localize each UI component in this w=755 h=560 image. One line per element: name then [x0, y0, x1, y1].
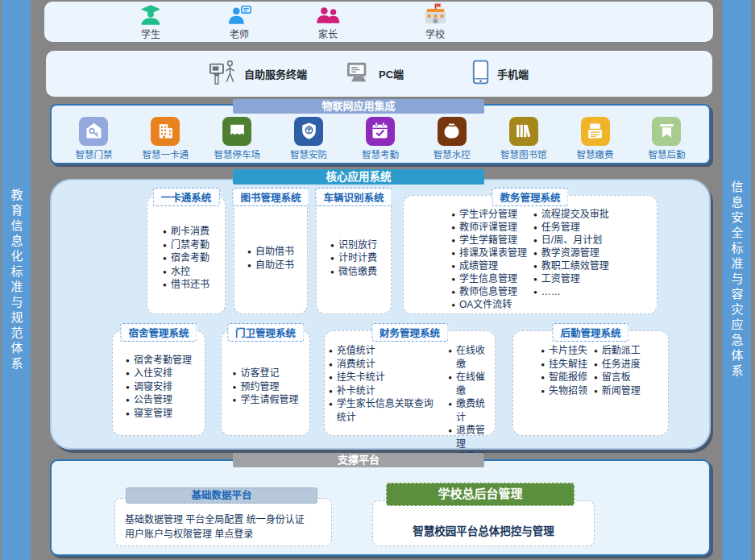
iot-label: 智慧图书馆: [500, 147, 547, 160]
support-section-title: 支撑平台: [233, 453, 484, 467]
system-box-title: 宿舍管理系统: [120, 323, 197, 342]
system-list-item: 智能报修: [541, 371, 587, 384]
system-list-item: 水控: [163, 265, 209, 279]
iot-label: 智慧一卡通: [143, 147, 189, 160]
system-list-item: 留言板: [594, 371, 641, 384]
system-list-item: 新闻管理: [594, 384, 641, 398]
core-systems-panel: 一卡通系统 刷卡消费门禁考勤宿舍考勤水控借书还书 图书管理系统 自助借书自助还书…: [50, 179, 711, 450]
system-list-item: 教师信息管理: [451, 286, 527, 299]
system-list-item: 在线催缴: [448, 371, 491, 397]
user-label: 家长: [318, 27, 338, 40]
terminals-panel: 自助服务终端PC端手机端: [46, 51, 712, 97]
system-item-list: 刷卡消费门禁考勤宿舍考勤水控借书还书: [163, 225, 209, 292]
system-box-body: 刷卡消费门禁考勤宿舍考勤水控借书还书: [147, 196, 225, 313]
system-list-item: 学生信息管理: [451, 273, 527, 286]
system-box-title: 教务管理系统: [492, 188, 568, 206]
parents-icon: [316, 4, 341, 26]
system-list-item: 教师评课管理: [451, 222, 527, 234]
system-box-vehicle: 车辆识别系统 识别放行计时计费微信缴费: [316, 195, 392, 314]
school-icon: [423, 4, 448, 26]
system-list-item: 日/周、月计划: [533, 234, 609, 247]
user-label: 学校: [425, 27, 445, 40]
pc-icon: [346, 61, 371, 87]
user-item: 老师: [205, 4, 273, 40]
system-item-list: 自助借书自助还书: [247, 245, 294, 272]
payment-icon: [581, 117, 610, 146]
right-standards-label: 信息安全标准与容灾应急体系: [728, 180, 745, 380]
base-data-platform-title: 基础数据平台: [126, 487, 317, 504]
system-box-finance: 财务管理系统 充值统计消费统计挂失卡统计补卡统计学生家长信息关联查询统计在线收缴…: [324, 330, 496, 436]
system-list-item: OA文件流转: [451, 299, 527, 312]
system-box-body: 自助借书自助还书: [234, 196, 307, 313]
system-list-item: 寝室管理: [126, 407, 192, 421]
system-list-item: 工资管理: [533, 273, 609, 286]
iot-item: 智慧图书馆: [489, 117, 558, 160]
door-access-icon: [79, 117, 108, 146]
system-list-item: 在线收缴: [448, 344, 491, 371]
system-list-item: 挂失解挂: [541, 358, 587, 371]
logistics-icon: [652, 117, 681, 146]
right-standards-bar: 信息安全标准与容灾应急体系: [722, 0, 751, 560]
system-box-logistics: 后勤管理系统 卡片挂失挂失解挂智能报修失物招领后勤派工任务进度留言板新闻管理: [512, 330, 669, 436]
terminal-item: PC端: [346, 51, 404, 97]
system-list-item: 后勤派工: [594, 344, 641, 358]
iot-item: 智慧一卡通: [131, 117, 200, 160]
terminal-item: 自助服务终端: [208, 51, 307, 97]
system-item-list: 充值统计消费统计挂失卡统计补卡统计学生家长信息关联查询统计: [329, 344, 442, 424]
system-list-item: 宿舍考勤: [163, 251, 209, 265]
terminal-label: 自助服务终端: [244, 66, 307, 81]
system-box-title: 图书管理系统: [232, 188, 309, 206]
school-admin-box: 智慧校园平台总体把控与管理: [372, 500, 595, 546]
system-list-item: 入住安排: [126, 367, 192, 380]
user-item: 学生: [117, 4, 185, 40]
system-list-item: 识别放行: [330, 239, 377, 252]
iot-label: 智慧后勤: [648, 147, 685, 160]
system-list-item: 自助借书: [247, 245, 294, 259]
system-list-item: 自助还书: [247, 259, 294, 272]
library-icon: [509, 117, 538, 146]
school-admin-desc: 智慧校园平台总体把控与管理: [413, 522, 554, 538]
system-list-item: 刷卡消费: [163, 225, 209, 239]
system-box-body: 卡片挂失挂失解挂智能报修失物招领后勤派工任务进度留言板新闻管理: [513, 331, 668, 435]
system-list-item: 访客登记: [233, 367, 299, 380]
system-list-item: 失物招领: [541, 384, 587, 398]
terminal-label: 手机端: [497, 66, 529, 81]
terminal-label: PC端: [379, 66, 404, 81]
teacher-icon: [227, 4, 252, 26]
system-list-item: 排课及课表管理: [451, 247, 527, 260]
smart-campus-architecture-diagram: 教育信息化标准与规范体系 信息安全标准与容灾应急体系 学生老师家长学校 自助服务…: [0, 0, 755, 560]
system-list-item: 教职工绩效管理: [533, 260, 609, 273]
system-box-dormitory: 宿舍管理系统 宿舍考勤管理入住安排调寝安排公告管理寝室管理: [112, 330, 205, 436]
iot-item: 智慧停车场: [202, 117, 272, 160]
system-list-item: 流程提交及审批: [533, 209, 609, 222]
base-data-line: 用户账户与权限管理 单点登录: [125, 527, 331, 541]
system-box-body: 充值统计消费统计挂失卡统计补卡统计学生家长信息关联查询统计在线收缴在线催缴缴费统…: [325, 331, 495, 435]
parking-icon: [222, 117, 251, 146]
system-box-academic: 教务管理系统 学生评分管理教师评课管理学生学籍管理排课及课表管理成绩管理学生信息…: [403, 195, 658, 314]
system-item-list: 访客登记预约管理学生请假管理: [233, 367, 299, 407]
system-list-item: 充值统计: [329, 344, 442, 358]
iot-item: 智慧门禁: [59, 117, 128, 160]
system-box-title: 财务管理系统: [371, 323, 448, 342]
system-box-body: 宿舍考勤管理入住安排调寝安排公告管理寝室管理: [113, 331, 205, 435]
system-box-body: 访客登记预约管理学生请假管理: [222, 331, 309, 435]
left-standards-bar: 教育信息化标准与规范体系: [2, 0, 31, 560]
system-list-item: 调寝安排: [126, 380, 192, 394]
system-list-item: 卡片挂失: [541, 344, 587, 358]
iot-label: 智慧水控: [434, 147, 471, 160]
iot-item: 智慧水控: [417, 117, 487, 160]
core-section-title: 核心应用系统: [233, 169, 484, 185]
system-list-item: 成绩管理: [451, 260, 527, 273]
system-item-list: 卡片挂失挂失解挂智能报修失物招领: [541, 344, 587, 397]
base-data-line: 基础数据管理 平台全局配置 统一身份认证: [125, 512, 331, 527]
system-item-list: 识别放行计时计费微信缴费: [330, 239, 377, 279]
base-data-platform-box: 基础数据管理 平台全局配置 统一身份认证 用户账户与权限管理 单点登录: [114, 498, 332, 546]
system-list-item: 借书还书: [163, 278, 209, 292]
system-box-body: 识别放行计时计费微信缴费: [317, 196, 391, 313]
system-list-item: 学生家长信息关联查询统计: [329, 397, 442, 424]
system-box-title: 门卫管理系统: [227, 323, 304, 342]
iot-label: 智慧门禁: [75, 147, 112, 160]
user-label: 学生: [141, 27, 160, 40]
terminal-item: 手机端: [471, 51, 529, 97]
iot-item: 智慧安防: [274, 117, 343, 160]
